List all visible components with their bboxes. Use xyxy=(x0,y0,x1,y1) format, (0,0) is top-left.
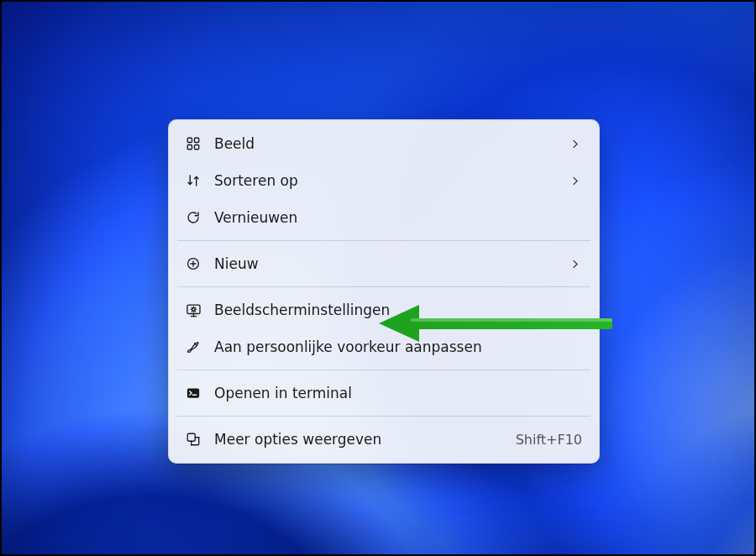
menu-item-view[interactable]: Beeld xyxy=(174,125,594,162)
menu-separator xyxy=(177,416,591,417)
display-settings-icon xyxy=(184,301,202,319)
menu-item-open-terminal[interactable]: Openen in terminal xyxy=(174,375,594,412)
more-options-icon xyxy=(184,430,202,448)
svg-rect-1 xyxy=(195,138,199,142)
menu-item-new[interactable]: Nieuw xyxy=(174,245,594,282)
svg-rect-0 xyxy=(187,138,192,142)
menu-item-personalize[interactable]: Aan persoonlijke voorkeur aanpassen xyxy=(174,328,594,365)
svg-rect-3 xyxy=(195,145,199,149)
menu-separator xyxy=(177,286,591,287)
sort-icon xyxy=(184,171,202,190)
svg-rect-2 xyxy=(187,145,192,149)
refresh-icon xyxy=(184,208,202,227)
svg-rect-7 xyxy=(187,388,199,397)
chevron-right-icon xyxy=(567,173,582,188)
menu-item-label: Openen in terminal xyxy=(214,385,582,401)
personalize-icon xyxy=(184,338,202,356)
menu-item-sort-by[interactable]: Sorteren op xyxy=(174,162,594,199)
svg-rect-8 xyxy=(187,433,195,441)
keyboard-shortcut: Shift+F10 xyxy=(516,432,582,448)
desktop-context-menu: Beeld Sorteren op Vernieuwen xyxy=(168,119,600,464)
menu-item-label: Aan persoonlijke voorkeur aanpassen xyxy=(214,338,582,355)
chevron-right-icon xyxy=(567,136,582,151)
menu-item-label: Sorteren op xyxy=(214,172,555,189)
menu-item-refresh[interactable]: Vernieuwen xyxy=(174,199,594,236)
menu-item-label: Beeld xyxy=(214,135,555,152)
menu-item-label: Vernieuwen xyxy=(214,209,582,226)
menu-item-label: Meer opties weergeven xyxy=(214,431,504,448)
menu-item-label: Nieuw xyxy=(214,255,555,272)
chevron-right-icon xyxy=(567,256,582,271)
menu-item-more-options[interactable]: Meer opties weergeven Shift+F10 xyxy=(174,421,594,458)
menu-item-label: Beeldscherminstellingen xyxy=(214,302,582,318)
grid-icon xyxy=(184,134,202,153)
new-icon xyxy=(184,254,202,273)
menu-separator xyxy=(177,370,591,370)
menu-item-display-settings[interactable]: Beeldscherminstellingen xyxy=(174,291,594,328)
menu-separator xyxy=(177,240,591,241)
terminal-icon xyxy=(184,384,202,402)
